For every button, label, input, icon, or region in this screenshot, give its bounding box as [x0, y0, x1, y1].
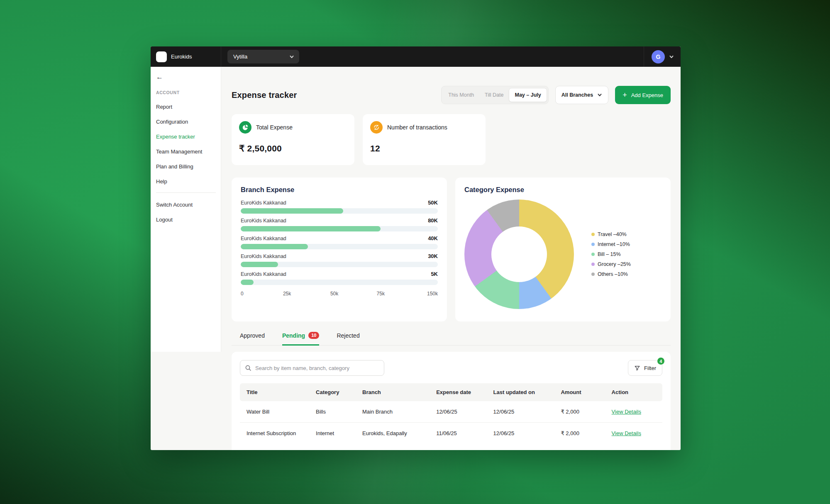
column-header-title: Title — [240, 383, 312, 401]
sidebar-section-label: ACCOUNT — [156, 90, 217, 95]
user-menu[interactable]: G — [644, 46, 681, 67]
column-header-branch: Branch — [358, 383, 432, 401]
branch-expense-axis: 025k50k75k150k — [241, 291, 438, 297]
bar-row: EuroKids Kakkanad50K — [241, 200, 438, 214]
bar-value-label: 50K — [428, 200, 438, 206]
cell-title: Water Bill — [240, 401, 312, 423]
transactions-card: ₹ Number of transactions 12 — [363, 114, 486, 165]
cell-branch: Main Branch — [358, 401, 432, 423]
sidebar-item-logout[interactable]: Logout — [156, 217, 217, 223]
column-header-action: Action — [608, 383, 662, 401]
bar-track — [241, 226, 438, 231]
sidebar-item-plan-and-billing[interactable]: Plan and Billing — [156, 163, 217, 170]
branch-expense-title: Branch Expense — [241, 186, 438, 194]
legend-item-grocery: Grocery –25% — [591, 261, 631, 267]
range-option-may-july[interactable]: May – July — [509, 88, 547, 102]
add-expense-button[interactable]: + Add Expense — [615, 86, 671, 104]
sidebar-nav: ReportConfigurationExpense trackerTeam M… — [156, 104, 217, 185]
bar-track — [241, 208, 438, 214]
sidebar-item-expense-tracker[interactable]: Expense tracker — [156, 134, 217, 140]
bar-row-header: EuroKids Kakkanad50K — [241, 200, 438, 206]
branch-location-dropdown[interactable]: Vytilla — [227, 50, 299, 63]
legend-label: Internet –10% — [598, 241, 630, 247]
axis-tick: 50k — [330, 291, 338, 297]
tab-approved[interactable]: Approved — [240, 332, 265, 346]
bar-row: EuroKids Kakkanad5K — [241, 271, 438, 285]
tab-label: Rejected — [337, 332, 359, 339]
cell-amount: ₹ 2,000 — [557, 423, 607, 444]
sidebar-item-team-management[interactable]: Team Management — [156, 149, 217, 155]
sidebar-item-report[interactable]: Report — [156, 104, 217, 110]
legend-item-others: Others –10% — [591, 271, 631, 277]
transactions-label: Number of transactions — [387, 124, 447, 131]
axis-tick: 0 — [241, 291, 244, 297]
table-header-row: TitleCategoryBranchExpense dateLast upda… — [240, 383, 662, 401]
app-body: ← ACCOUNT ReportConfigurationExpense tra… — [151, 67, 681, 450]
avatar[interactable]: G — [652, 50, 665, 63]
column-header-amount: Amount — [557, 383, 607, 401]
bar-fill — [241, 244, 308, 249]
axis-tick: 150k — [427, 291, 438, 297]
sidebar-panel: ← ACCOUNT ReportConfigurationExpense tra… — [151, 67, 221, 352]
bar-category-label: EuroKids Kakkanad — [241, 253, 286, 259]
expense-table-card: Filter 4 TitleCategoryBranchExpense date… — [232, 352, 671, 450]
summary-cards: Total Expense ₹ 2,50,000 ₹ — [232, 114, 671, 165]
search-icon — [245, 365, 251, 371]
table-row: Internet SubscriptionInternetEurokids, E… — [240, 423, 662, 444]
tab-label: Approved — [240, 332, 265, 339]
cell-action: View Details — [608, 423, 662, 444]
pie-chart-icon — [239, 121, 251, 134]
chevron-down-icon[interactable] — [669, 54, 674, 59]
brand-area: Eurokids — [151, 46, 221, 67]
view-details-link[interactable]: View Details — [612, 430, 641, 436]
category-expense-title: Category Expense — [464, 186, 662, 194]
bar-row-header: EuroKids Kakkanad80K — [241, 217, 438, 224]
legend-dot — [591, 243, 595, 246]
chevron-down-icon — [289, 54, 294, 59]
tab-rejected[interactable]: Rejected — [337, 332, 359, 346]
add-expense-label: Add Expense — [631, 92, 663, 98]
bar-track — [241, 244, 438, 249]
category-expense-card: Category Expense Travel –40%Internet –10… — [455, 178, 671, 321]
cell-category: Internet — [312, 423, 358, 444]
table-toolbar: Filter 4 — [240, 360, 662, 376]
all-branches-dropdown[interactable]: All Branches — [555, 86, 608, 104]
bar-fill — [241, 262, 278, 267]
desktop-background: Eurokids Vytilla G ← ACCOUNT ReportConfi… — [0, 0, 830, 504]
bar-row: EuroKids Kakkanad40K — [241, 235, 438, 249]
tab-pending[interactable]: Pending10 — [282, 332, 319, 346]
status-tabs: ApprovedPending10Rejected — [232, 332, 671, 346]
plus-icon: + — [622, 91, 627, 99]
eurokids-logo — [156, 51, 167, 62]
view-details-link[interactable]: View Details — [612, 409, 641, 415]
total-expense-value: ₹ 2,50,000 — [239, 144, 347, 153]
filter-count-badge: 4 — [657, 358, 664, 365]
sidebar-item-help[interactable]: Help — [156, 178, 217, 185]
funnel-icon — [634, 365, 640, 371]
range-option-this-month[interactable]: This Month — [443, 88, 479, 102]
sidebar: ← ACCOUNT ReportConfigurationExpense tra… — [151, 67, 221, 450]
chevron-down-icon — [597, 93, 602, 97]
transactions-header: ₹ Number of transactions — [370, 121, 478, 134]
range-option-till-date[interactable]: Till Date — [479, 88, 509, 102]
bar-fill — [241, 226, 381, 231]
back-arrow-icon[interactable]: ← — [156, 73, 163, 80]
legend-dot — [591, 253, 595, 256]
date-range-segmented-control: This MonthTill DateMay – July — [441, 86, 548, 104]
sidebar-item-switch-account[interactable]: Switch Account — [156, 202, 217, 208]
filter-button[interactable]: Filter 4 — [628, 360, 662, 376]
bar-category-label: EuroKids Kakkanad — [241, 236, 286, 241]
sidebar-item-configuration[interactable]: Configuration — [156, 119, 217, 125]
total-expense-card: Total Expense ₹ 2,50,000 — [232, 114, 354, 165]
tab-label: Pending — [282, 332, 305, 339]
branch-expense-card: Branch Expense EuroKids Kakkanad50KEuroK… — [232, 178, 447, 321]
bar-value-label: 30K — [428, 253, 438, 259]
bar-value-label: 5K — [431, 271, 438, 277]
cell-last-updated-on: 12/06/25 — [489, 401, 557, 423]
page-title: Expense tracker — [232, 90, 297, 100]
all-branches-label: All Branches — [561, 92, 593, 98]
topbar: Eurokids Vytilla G — [151, 46, 681, 67]
cell-category: Bills — [312, 401, 358, 423]
search-input[interactable] — [240, 360, 384, 376]
axis-tick: 75k — [377, 291, 385, 297]
